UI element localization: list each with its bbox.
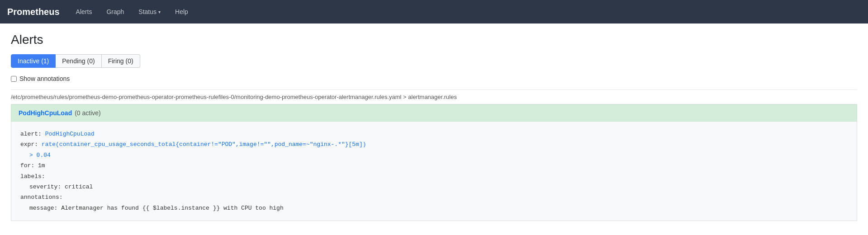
navbar-brand[interactable]: Prometheus	[7, 7, 60, 17]
alert-rule-name: PodHighCpuLoad	[19, 109, 72, 117]
expr-key: expr:	[20, 141, 38, 148]
annotations-label: Show annotations	[19, 75, 70, 82]
labels-key: labels:	[20, 173, 45, 180]
labels-line: labels:	[20, 171, 848, 182]
expr-cont-line: > 0.04	[20, 150, 848, 160]
expr-cont[interactable]: > 0.04	[29, 152, 51, 159]
message-value: message: Alertmanager has found {{ $labe…	[29, 205, 284, 212]
navbar-item-help[interactable]: Help	[170, 5, 194, 19]
alert-key: alert:	[20, 131, 42, 137]
filter-pending-button[interactable]: Pending (0)	[56, 54, 101, 68]
main-content: Alerts Inactive (1) Pending (0) Firing (…	[0, 24, 868, 235]
filter-buttons: Inactive (1) Pending (0) Firing (0)	[11, 54, 857, 68]
alert-key-line: alert: PodHighCpuLoad	[20, 129, 848, 139]
filter-inactive-button[interactable]: Inactive (1)	[11, 54, 56, 68]
alert-active-count: (0 active)	[75, 109, 101, 117]
annotations-line: annotations:	[20, 192, 848, 202]
navbar-status-label: Status	[138, 8, 157, 15]
message-line: message: Alertmanager has found {{ $labe…	[20, 203, 848, 213]
annotations-key: annotations:	[20, 194, 63, 201]
alert-value[interactable]: PodHighCpuLoad	[45, 131, 95, 137]
chevron-down-icon: ▾	[158, 9, 161, 14]
filter-firing-button[interactable]: Firing (0)	[102, 54, 140, 68]
show-annotations-checkbox[interactable]	[11, 76, 17, 82]
expr-value[interactable]: rate(container_cpu_usage_seconds_total{c…	[42, 141, 366, 148]
for-line: for: 1m	[20, 160, 848, 171]
navbar-item-alerts[interactable]: Alerts	[71, 5, 98, 19]
rule-path: /etc/prometheus/rules/prometheus-demo-pr…	[11, 89, 857, 104]
page-title: Alerts	[11, 33, 857, 47]
annotations-row: Show annotations	[11, 75, 857, 82]
severity-line: severity: critical	[20, 182, 848, 192]
navbar-item-status[interactable]: Status ▾	[133, 5, 166, 19]
navbar-item-graph[interactable]: Graph	[101, 5, 129, 19]
for-value: 1m	[38, 162, 45, 169]
for-key: for:	[20, 162, 34, 169]
alert-rule-header[interactable]: PodHighCpuLoad (0 active)	[11, 104, 857, 122]
navbar: Prometheus Alerts Graph Status ▾ Help	[0, 0, 868, 24]
expr-key-line: expr: rate(container_cpu_usage_seconds_t…	[20, 139, 848, 150]
severity-value: severity: critical	[29, 183, 93, 190]
alert-detail-box: alert: PodHighCpuLoad expr: rate(contain…	[11, 122, 857, 221]
